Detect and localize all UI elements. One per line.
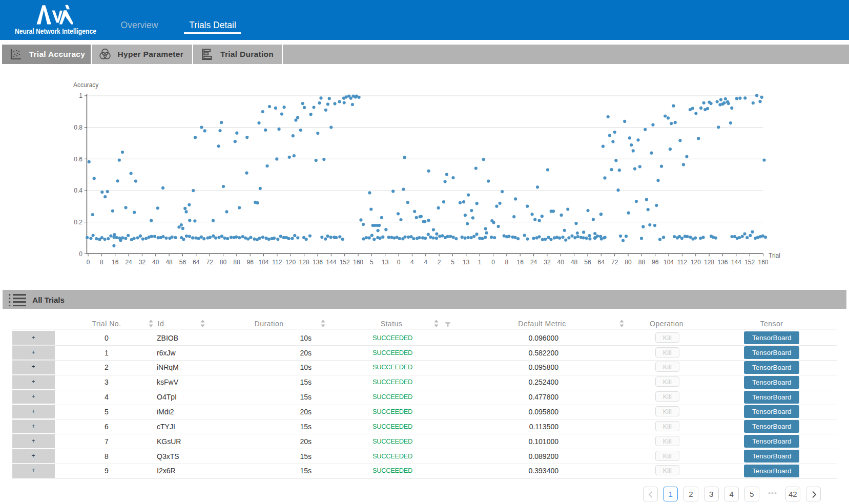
svg-text:152: 152 [340, 259, 350, 266]
svg-text:0: 0 [87, 259, 90, 266]
svg-text:112: 112 [677, 259, 687, 266]
svg-text:13: 13 [382, 259, 389, 266]
svg-text:32: 32 [139, 259, 146, 266]
svg-text:72: 72 [611, 259, 618, 266]
svg-text:96: 96 [247, 259, 254, 266]
svg-text:56: 56 [584, 259, 591, 266]
svg-text:120: 120 [691, 259, 701, 266]
svg-text:144: 144 [731, 259, 741, 266]
svg-text:8: 8 [505, 259, 509, 266]
svg-text:24: 24 [125, 259, 132, 266]
svg-text:56: 56 [179, 259, 187, 266]
svg-text:40: 40 [557, 259, 565, 266]
svg-text:1: 1 [478, 259, 482, 266]
svg-text:72: 72 [206, 259, 213, 266]
svg-text:16: 16 [517, 259, 524, 266]
svg-text:0: 0 [397, 259, 401, 266]
svg-text:16: 16 [112, 259, 119, 266]
svg-text:104: 104 [664, 259, 674, 266]
svg-text:Accuracy: Accuracy [73, 81, 98, 89]
svg-text:4: 4 [410, 259, 414, 266]
svg-text:0.2: 0.2 [74, 219, 82, 226]
svg-text:5: 5 [370, 259, 374, 266]
svg-text:112: 112 [272, 259, 282, 266]
svg-text:120: 120 [285, 259, 296, 266]
svg-text:64: 64 [193, 259, 200, 266]
svg-text:128: 128 [299, 259, 309, 266]
svg-text:104: 104 [258, 259, 268, 266]
svg-text:88: 88 [638, 259, 646, 266]
svg-text:Trial: Trial [769, 252, 780, 259]
svg-text:0.6: 0.6 [74, 156, 82, 163]
svg-text:152: 152 [744, 259, 755, 266]
svg-text:80: 80 [220, 259, 227, 266]
svg-text:64: 64 [598, 259, 605, 266]
svg-text:1: 1 [79, 92, 82, 99]
svg-text:40: 40 [152, 259, 159, 266]
svg-text:48: 48 [571, 259, 578, 266]
svg-text:160: 160 [353, 259, 363, 266]
svg-text:4: 4 [424, 259, 427, 266]
svg-text:160: 160 [758, 259, 768, 266]
svg-text:13: 13 [463, 259, 470, 266]
svg-text:24: 24 [530, 259, 537, 266]
svg-text:48: 48 [165, 259, 173, 266]
svg-text:136: 136 [717, 259, 728, 266]
svg-text:128: 128 [704, 259, 714, 266]
svg-text:0: 0 [79, 250, 82, 258]
svg-text:0.4: 0.4 [74, 187, 82, 194]
svg-text:144: 144 [326, 259, 336, 266]
svg-text:136: 136 [313, 259, 323, 266]
svg-text:2: 2 [438, 259, 441, 266]
svg-text:0: 0 [491, 259, 495, 266]
svg-text:0.8: 0.8 [74, 124, 82, 131]
svg-text:8: 8 [100, 259, 103, 266]
svg-text:5: 5 [451, 259, 454, 266]
svg-text:80: 80 [625, 259, 632, 266]
svg-text:96: 96 [652, 259, 659, 266]
svg-text:32: 32 [544, 259, 551, 266]
svg-text:88: 88 [233, 259, 240, 266]
